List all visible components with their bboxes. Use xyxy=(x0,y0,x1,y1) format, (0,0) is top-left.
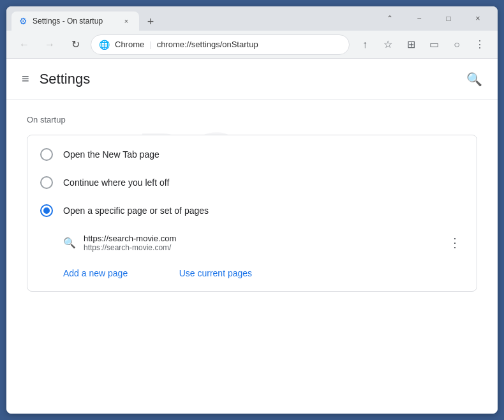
radio-label-continue: Continue where you left off xyxy=(63,177,169,188)
bookmark-button[interactable]: ☆ xyxy=(378,34,398,55)
address-bar[interactable]: 🌐 Chrome | chrome://settings/onStartup xyxy=(91,34,350,55)
back-button[interactable]: ← xyxy=(14,34,34,55)
window-close-button[interactable]: × xyxy=(463,6,493,31)
toolbar-actions: ↑ ☆ ⊞ ▭ ○ ⋮ xyxy=(355,34,490,55)
radio-circle-specific xyxy=(40,204,53,217)
tab-area: ⚙ Settings - On startup × + xyxy=(11,6,375,31)
add-new-page-button[interactable]: Add a new page xyxy=(27,260,140,286)
radio-circle-new-tab xyxy=(40,148,53,161)
window-minimize-button[interactable]: − xyxy=(404,6,434,31)
window-maximize-button[interactable]: □ xyxy=(434,6,463,31)
address-separator: | xyxy=(149,40,151,49)
startup-url-item: 🔍 https://search-movie.com https://searc… xyxy=(27,225,477,260)
radio-option-continue[interactable]: Continue where you left off xyxy=(27,169,477,197)
profile-button[interactable]: ○ xyxy=(447,34,467,55)
settings-page: ≡ Settings 🔍 PC4.COM On startup Open the… xyxy=(6,59,498,414)
address-text: chrome://settings/onStartup xyxy=(157,40,341,49)
radio-option-new-tab[interactable]: Open the New Tab page xyxy=(27,140,477,169)
browser-toolbar: ← → ↻ 🌐 Chrome | chrome://settings/onSta… xyxy=(6,31,498,59)
extensions-button[interactable]: ⊞ xyxy=(401,34,421,55)
tab-close-button[interactable]: × xyxy=(121,16,131,26)
search-url-icon: 🔍 xyxy=(63,237,76,249)
tab-title: Settings - On startup xyxy=(33,17,116,26)
tab-favicon: ⚙ xyxy=(19,16,27,26)
settings-search-icon[interactable]: 🔍 xyxy=(466,71,482,87)
settings-header: ≡ Settings 🔍 xyxy=(6,59,498,100)
chrome-logo-icon: 🌐 xyxy=(99,40,110,50)
browser-window: ⚙ Settings - On startup × + ⌃ − □ × ← → … xyxy=(6,6,498,414)
hamburger-menu-icon[interactable]: ≡ xyxy=(22,71,29,86)
settings-body: PC4.COM On startup Open the New Tab page… xyxy=(6,100,498,307)
settings-page-title: Settings xyxy=(40,71,91,87)
radio-circle-continue xyxy=(40,176,53,189)
browser-name: Chrome xyxy=(115,40,144,49)
startup-options-card: Open the New Tab page Continue where you… xyxy=(27,135,477,292)
on-startup-label: On startup xyxy=(27,115,477,124)
url-info: https://search-movie.com https://search-… xyxy=(84,234,438,252)
forward-button[interactable]: → xyxy=(40,34,60,55)
use-current-pages-button[interactable]: Use current pages xyxy=(144,260,265,286)
share-button[interactable]: ↑ xyxy=(355,34,375,55)
active-tab[interactable]: ⚙ Settings - On startup × xyxy=(11,11,139,31)
radio-label-new-tab: Open the New Tab page xyxy=(63,149,159,160)
more-menu-button[interactable]: ⋮ xyxy=(470,34,490,55)
reload-button[interactable]: ↻ xyxy=(65,34,85,55)
new-tab-button[interactable]: + xyxy=(142,13,159,31)
window-collapse-button[interactable]: ⌃ xyxy=(375,6,404,31)
radio-dot-specific xyxy=(43,207,50,214)
url-main: https://search-movie.com xyxy=(84,234,438,243)
radio-label-specific: Open a specific page or set of pages xyxy=(63,206,209,216)
url-sub: https://search-movie.com/ xyxy=(84,243,438,252)
window-controls: ⌃ − □ × xyxy=(375,6,493,31)
url-more-menu-button[interactable]: ⋮ xyxy=(446,232,464,253)
title-bar: ⚙ Settings - On startup × + ⌃ − □ × xyxy=(6,6,498,31)
main-content: ≡ Settings 🔍 PC4.COM On startup Open the… xyxy=(6,59,498,414)
radio-option-specific[interactable]: Open a specific page or set of pages xyxy=(27,197,477,225)
sidebar-button[interactable]: ▭ xyxy=(424,34,444,55)
